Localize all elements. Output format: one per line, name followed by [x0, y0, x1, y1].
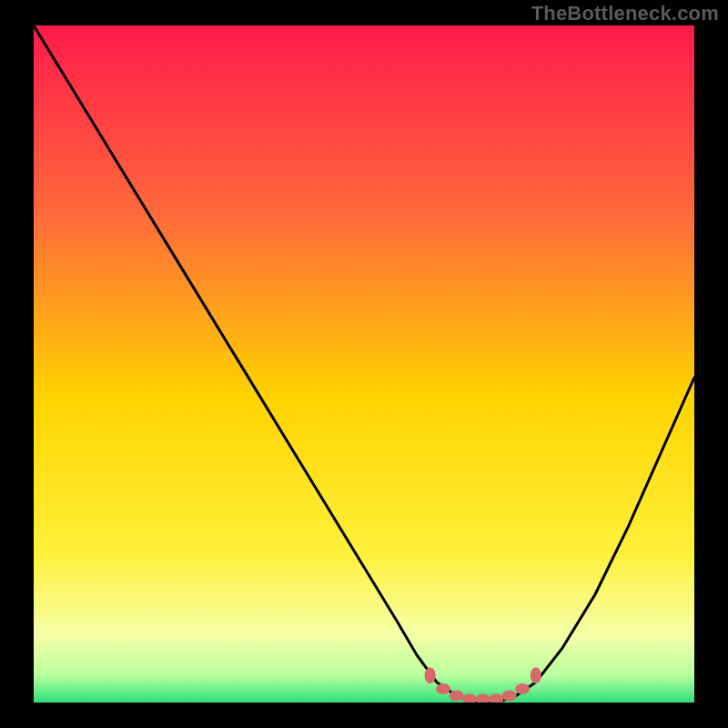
chart-plot — [34, 25, 694, 703]
highlight-marker — [425, 667, 436, 683]
highlight-marker — [450, 691, 464, 702]
highlight-marker — [515, 683, 530, 694]
highlight-marker — [502, 691, 517, 702]
highlight-marker — [436, 683, 450, 694]
gradient-background — [34, 25, 694, 703]
chart-frame: TheBottleneck.com — [0, 0, 728, 728]
highlight-marker — [531, 667, 541, 683]
watermark-text: TheBottleneck.com — [531, 2, 719, 25]
chart-svg — [34, 25, 694, 703]
